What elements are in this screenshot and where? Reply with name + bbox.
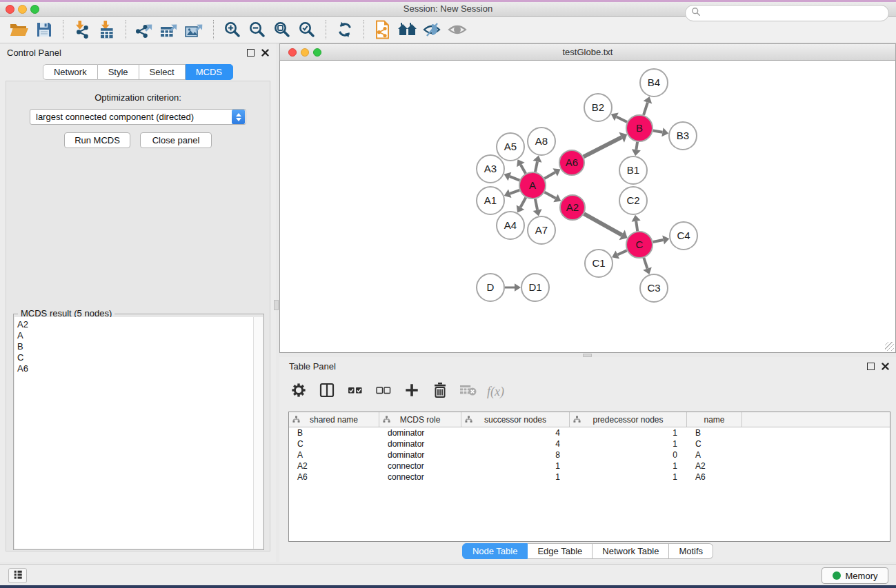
network-close-button[interactable] [288,48,297,57]
graph-edge-A2-C[interactable] [584,214,628,240]
graph-node-A5[interactable]: A5 [497,133,524,161]
result-list-item[interactable]: A6 [17,363,253,374]
graph-edge-B-B1[interactable] [632,142,641,156]
tab-select[interactable]: Select [139,64,186,80]
graph-edge-A-A3[interactable] [504,172,520,181]
tab-network[interactable]: Network [43,64,98,80]
network-maximize-button[interactable] [313,48,321,57]
column-header-predecessor-nodes[interactable]: predecessor nodes [570,412,687,427]
close-panel-icon[interactable] [261,49,269,57]
column-header-successor-nodes[interactable]: successor nodes [461,412,570,427]
graph-edge-A-A1[interactable] [504,190,519,198]
close-window-button[interactable] [6,5,14,14]
tab-mcds[interactable]: MCDS [186,64,233,80]
graph-edge-B-B2[interactable] [611,113,627,123]
graph-node-A[interactable]: A [519,172,546,199]
graph-edge-B-B4[interactable] [644,97,653,115]
graph-edge-A-A8[interactable] [533,156,542,172]
run-mcds-button[interactable]: Run MCDS [64,132,130,148]
graph-edge-C-C2[interactable] [632,215,641,231]
export-network-button[interactable] [132,18,157,41]
close-panel-button[interactable]: Close panel [140,132,212,148]
function-builder-button[interactable]: f(x) [487,385,504,399]
float-table-panel-icon[interactable] [867,363,875,370]
graph-edge-A-A4[interactable] [517,198,526,213]
create-column-button[interactable] [402,382,421,401]
graph-edge-A-A2[interactable] [545,192,561,203]
export-table-button[interactable] [157,18,182,41]
delete-columns-button[interactable] [430,382,450,401]
graph-node-C4[interactable]: C4 [670,222,697,250]
table-settings-button[interactable] [289,382,308,401]
import-table-button[interactable] [94,18,119,41]
zoom-selected-button[interactable] [295,18,319,41]
graph-node-B3[interactable]: B3 [669,122,697,150]
result-list-item[interactable]: A2 [17,319,253,330]
tab-node-table[interactable]: Node Table [462,543,528,559]
graph-edge-C-C1[interactable] [612,250,627,258]
graph-node-C1[interactable]: C1 [585,250,613,277]
graph-node-A3[interactable]: A3 [477,155,504,183]
column-header-name[interactable]: name [687,412,742,427]
save-session-button[interactable] [32,18,57,41]
zoom-out-button[interactable] [245,18,270,41]
graph-node-B[interactable]: B [626,115,653,141]
graph-edge-A-A7[interactable] [533,199,542,216]
tab-edge-table[interactable]: Edge Table [528,543,593,559]
result-list-item[interactable]: A [17,330,253,341]
result-list-scrollbar[interactable] [253,317,263,549]
graph-node-D[interactable]: D [477,274,504,301]
minimize-window-button[interactable] [18,5,27,14]
select-all-checks-button[interactable] [346,382,365,401]
graph-edge-C-C4[interactable] [653,236,670,245]
export-image-button[interactable] [182,18,207,41]
graph-edge-D-D1[interactable] [505,283,521,291]
graph-node-A8[interactable]: A8 [528,128,555,155]
home-button[interactable] [395,18,420,41]
graph-edge-A-A5[interactable] [517,159,526,173]
result-list-item[interactable]: B [17,341,253,352]
graph-node-A2[interactable]: A2 [560,195,585,220]
graph-node-B1[interactable]: B1 [619,156,647,184]
search-input[interactable] [704,8,888,19]
table-row[interactable]: A2connector11A2 [289,460,890,472]
memory-button[interactable]: Memory [822,567,888,584]
tab-motifs[interactable]: Motifs [669,543,713,559]
graph-node-C[interactable]: C [626,232,653,258]
zoom-in-button[interactable] [220,18,245,41]
graph-node-C2[interactable]: C2 [619,187,647,214]
graph-edge-A6-B[interactable] [584,132,627,157]
graph-node-A6[interactable]: A6 [559,150,584,175]
close-table-panel-icon[interactable] [882,363,889,370]
network-minimize-button[interactable] [301,48,309,57]
graph-node-A7[interactable]: A7 [528,216,555,244]
graph-edge-B-B3[interactable] [653,128,669,136]
search-box[interactable] [685,5,889,21]
window-resize-grip[interactable] [885,342,894,351]
refresh-layout-button[interactable] [332,18,357,41]
vertical-splitter-grip[interactable] [274,300,279,310]
graph-edge-A-A6[interactable] [544,168,560,179]
graph-node-B2[interactable]: B2 [584,94,612,121]
graph-node-A1[interactable]: A1 [477,187,504,214]
toggle-details-button[interactable] [420,18,445,41]
criterion-dropdown[interactable]: largest connected component (directed) [30,109,246,125]
column-header-MCDS-role[interactable]: MCDS role [379,412,461,427]
graph-node-D1[interactable]: D1 [521,274,549,301]
table-row[interactable]: Bdominator41B [289,427,890,438]
deselect-all-checks-button[interactable] [374,382,393,401]
graph-node-A4[interactable]: A4 [497,212,524,239]
table-row[interactable]: Adominator80A [289,449,890,460]
task-history-button[interactable] [8,568,27,583]
network-canvas[interactable]: AA6A2BCA5A8A3A1A4A7B2B4B3B1C2C4C1C3DD1 [279,61,896,353]
table-row[interactable]: Cdominator41C [289,438,890,449]
column-header-shared-name[interactable]: shared name [289,412,379,427]
tab-style[interactable]: Style [98,64,139,80]
show-graphics-details-button[interactable] [445,18,470,41]
maximize-window-button[interactable] [30,5,39,14]
table-row[interactable]: A6connector11A6 [289,472,890,483]
show-columns-button[interactable] [317,382,337,401]
graph-node-C3[interactable]: C3 [640,274,668,302]
delete-table-button[interactable] [459,382,478,401]
import-network-button[interactable] [70,18,94,41]
